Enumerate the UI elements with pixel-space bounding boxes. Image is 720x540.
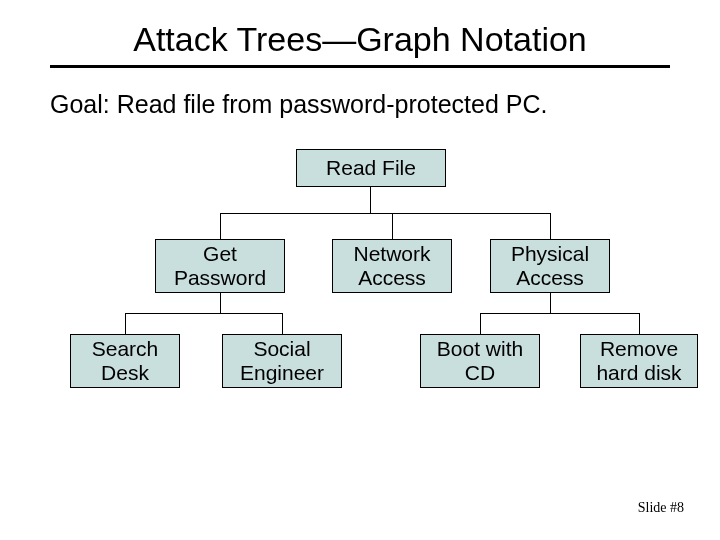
node-get-password: Get Password xyxy=(155,239,285,293)
attack-tree-diagram: Read File Get Password Network Access Ph… xyxy=(50,149,690,429)
connector xyxy=(392,213,393,239)
title-underline xyxy=(50,65,670,68)
connector xyxy=(550,293,551,313)
connector xyxy=(220,293,221,313)
connector xyxy=(480,313,481,334)
connector xyxy=(220,213,550,214)
connector xyxy=(125,313,282,314)
connector xyxy=(220,213,221,239)
connector xyxy=(480,313,639,314)
connector xyxy=(639,313,640,334)
slide-title: Attack Trees—Graph Notation xyxy=(50,20,670,65)
node-physical-access: Physical Access xyxy=(490,239,610,293)
connector xyxy=(282,313,283,334)
goal-text: Goal: Read file from password-protected … xyxy=(50,90,670,119)
node-network-access: Network Access xyxy=(332,239,452,293)
slide-number: Slide #8 xyxy=(638,500,684,516)
connector xyxy=(550,213,551,239)
connector xyxy=(370,187,371,213)
node-social-engineer: Social Engineer xyxy=(222,334,342,388)
connector xyxy=(125,313,126,334)
node-search-desk: Search Desk xyxy=(70,334,180,388)
node-remove-hard-disk: Remove hard disk xyxy=(580,334,698,388)
node-root: Read File xyxy=(296,149,446,187)
node-boot-cd: Boot with CD xyxy=(420,334,540,388)
